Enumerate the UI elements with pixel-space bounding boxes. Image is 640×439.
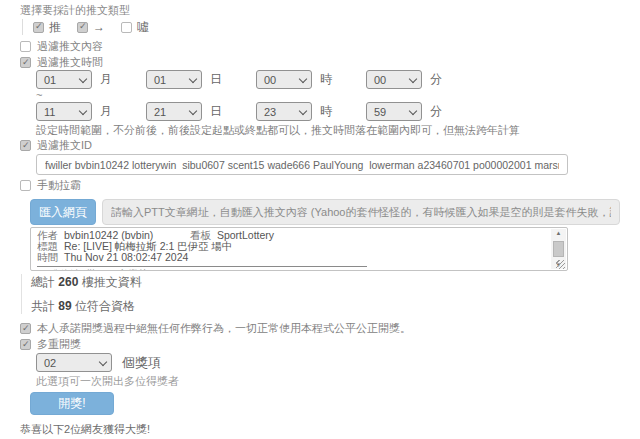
start-minute-select[interactable]: 00	[366, 70, 422, 89]
end-hour-value: 23	[264, 106, 276, 118]
resize-handle-icon[interactable]	[556, 260, 565, 269]
qualified-users-count: 89	[58, 299, 71, 313]
chevron-down-icon	[79, 106, 87, 114]
result-message: 恭喜以下2位網友獲得大獎!	[20, 423, 620, 435]
start-hour-value: 00	[264, 74, 276, 86]
post-content-textarea[interactable]: 作者bvbin10242 (bvbin) 看板SportLottery 標題Re…	[30, 227, 568, 271]
checkbox-boo[interactable]	[121, 22, 132, 33]
option-arrow-label: →	[93, 20, 105, 34]
checkbox-multi-draw[interactable]	[20, 339, 31, 350]
end-day-select[interactable]: 21	[146, 102, 202, 121]
option-boo-label: 噓	[137, 19, 149, 36]
minute-unit-label: 分	[430, 71, 442, 88]
chevron-down-icon	[189, 106, 197, 114]
post-author-value: bvbin10242 (bvbin)	[64, 230, 153, 241]
post-time-label: 時間	[37, 252, 58, 263]
checkbox-pledge[interactable]	[20, 323, 31, 334]
checkbox-filter-time[interactable]	[20, 57, 31, 68]
chevron-down-icon	[409, 74, 417, 82]
post-header-line: 作者bvbin10242 (bvbin) 看板SportLottery	[37, 230, 545, 241]
multi-draw-row: 多重開獎	[20, 338, 620, 350]
post-board-value: SportLottery	[217, 230, 274, 241]
month-unit-label: 月	[100, 71, 112, 88]
time-range-start-row: 01 月 01 日 00 時 00	[36, 70, 620, 89]
checkbox-filter-content[interactable]	[20, 41, 31, 52]
post-footer-line: ※ 發信站: 批踢踢實業坊(ptt.cc)	[37, 269, 545, 271]
end-minute-value: 59	[374, 106, 386, 118]
draw-button[interactable]: 開獎!	[30, 392, 114, 415]
time-range-block: 01 月 01 日 00 時 00	[36, 70, 620, 121]
start-day-value: 01	[154, 74, 166, 86]
multi-draw-label: 多重開獎	[37, 338, 81, 350]
start-hour-select[interactable]: 00	[256, 70, 312, 89]
pledge-label: 本人承諾開獎過程中絕無任何作弊行為，一切正常使用本程式公平公正開獎。	[37, 322, 411, 334]
chevron-down-icon	[299, 74, 307, 82]
end-day-value: 21	[154, 106, 166, 118]
chevron-down-icon	[299, 106, 307, 114]
post-title-value: Re: [LIVE] 帕梅拉斯 2:1 巴伊亞 場中	[64, 241, 233, 252]
chevron-down-icon	[189, 74, 197, 82]
post-title-line: 標題Re: [LIVE] 帕梅拉斯 2:1 巴伊亞 場中	[37, 241, 545, 252]
prize-unit-label: 個獎項	[122, 354, 161, 372]
time-range-hint: 設定時間範圍，不分前後，前後設定起點或終點都可以，推文時間落在範圍內即可，但無法…	[36, 124, 620, 136]
chevron-down-icon	[79, 74, 87, 82]
day-unit-label: 日	[210, 103, 222, 120]
month-unit-label: 月	[100, 103, 112, 120]
checkbox-manual-slot[interactable]	[20, 180, 31, 191]
push-type-options: 推 → 噓	[22, 19, 620, 35]
type-section-title: 選擇要採計的推文類型	[20, 4, 620, 17]
filter-time-label: 過濾推文時間	[37, 56, 103, 68]
end-month-select[interactable]: 11	[36, 102, 92, 121]
ptt-url-input[interactable]	[102, 199, 620, 225]
option-push: 推	[33, 19, 61, 36]
filter-content-row: 過濾推文內容	[20, 40, 620, 52]
post-author-label: 作者	[37, 230, 58, 241]
checkbox-filter-id[interactable]	[20, 140, 31, 151]
hour-unit-label: 時	[320, 71, 332, 88]
time-range-end-row: 11 月 21 日 23 時 59	[36, 102, 620, 121]
chevron-down-icon	[99, 357, 107, 365]
filter-id-row: 過濾推文ID	[20, 139, 620, 151]
time-range-separator: ~	[36, 90, 620, 100]
import-page-button[interactable]: 匯入網頁	[30, 199, 96, 225]
stats-block: 總計 260 樓推文資料 共計 89 位符合資格	[21, 274, 620, 314]
option-arrow: →	[77, 20, 105, 34]
total-comments-count: 260	[58, 275, 78, 289]
filter-time-row: 過濾推文時間	[20, 56, 620, 68]
end-minute-select[interactable]: 59	[366, 102, 422, 121]
checkbox-push[interactable]	[33, 22, 44, 33]
post-time-value: Thu Nov 21 08:02:47 2024	[64, 252, 188, 263]
post-divider	[37, 266, 367, 267]
prize-count-value: 02	[44, 357, 56, 369]
filter-id-label: 過濾推文ID	[37, 139, 92, 151]
scroll-up-arrow-icon[interactable]: ▲	[556, 230, 562, 236]
option-boo: 噓	[121, 19, 149, 36]
start-day-select[interactable]: 01	[146, 70, 202, 89]
prize-count-row: 02 個獎項	[36, 353, 620, 372]
start-month-select[interactable]: 01	[36, 70, 92, 89]
checkbox-arrow[interactable]	[77, 22, 88, 33]
multi-draw-hint: 此選項可一次開出多位得獎者	[36, 375, 620, 387]
lottery-tool-page: 選擇要採計的推文類型 推 → 噓 過濾推文內容 過濾推文時間 01	[0, 0, 620, 439]
manual-slot-row: 手動拉霸	[20, 179, 620, 191]
start-minute-value: 00	[374, 74, 386, 86]
hour-unit-label: 時	[320, 103, 332, 120]
import-row: 匯入網頁	[30, 199, 620, 225]
post-title-label: 標題	[37, 241, 58, 252]
manual-slot-label: 手動拉霸	[37, 179, 81, 191]
post-board-label: 看板	[190, 230, 211, 241]
end-hour-select[interactable]: 23	[256, 102, 312, 121]
scrollbar-thumb[interactable]	[553, 241, 564, 257]
qualified-users-stat: 共計 89 位符合資格	[31, 298, 620, 314]
day-unit-label: 日	[210, 71, 222, 88]
prize-count-select[interactable]: 02	[36, 353, 112, 372]
start-month-value: 01	[44, 74, 56, 86]
total-comments-stat: 總計 260 樓推文資料	[31, 274, 620, 290]
end-month-value: 11	[44, 106, 55, 118]
minute-unit-label: 分	[430, 103, 442, 120]
pledge-row: 本人承諾開獎過程中絕無任何作弊行為，一切正常使用本程式公平公正開獎。	[20, 322, 620, 334]
post-time-line: 時間Thu Nov 21 08:02:47 2024	[37, 252, 545, 263]
option-push-label: 推	[49, 19, 61, 36]
chevron-down-icon	[409, 106, 417, 114]
id-filter-input[interactable]	[36, 154, 568, 175]
